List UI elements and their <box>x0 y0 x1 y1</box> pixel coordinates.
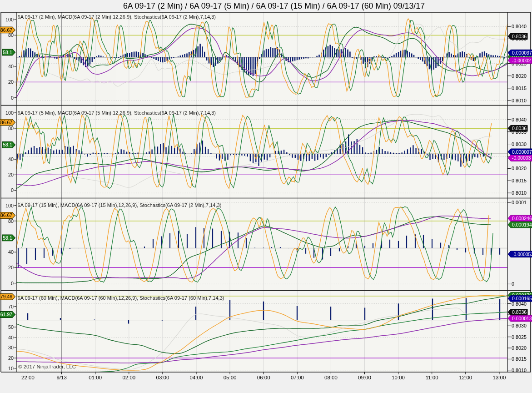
svg-text:-0.000053: -0.000053 <box>512 252 532 257</box>
svg-text:100: 100 <box>5 203 14 208</box>
svg-text:05:00: 05:00 <box>224 375 237 380</box>
svg-text:-0.00002: -0.00002 <box>512 58 531 63</box>
svg-text:0: 0 <box>11 95 14 101</box>
svg-text:100: 100 <box>5 17 14 22</box>
svg-text:0.000165: 0.000165 <box>512 296 532 301</box>
svg-text:04:00: 04:00 <box>190 375 203 380</box>
svg-text:0.8036: 0.8036 <box>512 126 527 131</box>
svg-text:0.8010: 0.8010 <box>512 190 527 196</box>
svg-text:0.000007: 0.000007 <box>512 149 532 155</box>
svg-text:6A 09-17 (15 Min), MACD(6A 09-: 6A 09-17 (15 Min), MACD(6A 09-17 (15 Min… <box>18 202 222 208</box>
svg-text:58.1: 58.1 <box>3 50 12 55</box>
svg-text:6A 09-17 (60 Min), MACD(6A 09-: 6A 09-17 (60 Min), MACD(6A 09-17 (60 Min… <box>18 295 224 301</box>
svg-text:20: 20 <box>8 265 14 270</box>
svg-text:10: 10 <box>8 366 14 371</box>
svg-text:0: 0 <box>11 187 14 193</box>
svg-text:40: 40 <box>8 249 14 255</box>
svg-text:6A 09-17 (2 Min) / 6A 09-17 (5: 6A 09-17 (2 Min) / 6A 09-17 (5 Min) / 6A… <box>123 1 425 10</box>
svg-text:03:00: 03:00 <box>156 375 169 380</box>
svg-text:6A 09-17 (2 Min), MACD(6A 09-1: 6A 09-17 (2 Min), MACD(6A 09-17 (2 Min),… <box>18 14 216 20</box>
svg-text:0.8025: 0.8025 <box>512 334 527 340</box>
svg-text:09:00: 09:00 <box>358 375 371 380</box>
svg-text:0.8030: 0.8030 <box>512 141 527 147</box>
svg-text:86.67: 86.67 <box>0 212 12 218</box>
svg-text:0.8020: 0.8020 <box>512 73 527 79</box>
svg-text:02:00: 02:00 <box>122 375 135 380</box>
svg-text:70: 70 <box>8 304 14 309</box>
svg-text:0.8036: 0.8036 <box>512 34 527 39</box>
svg-text:10:00: 10:00 <box>392 375 405 380</box>
svg-text:20: 20 <box>8 172 14 177</box>
svg-text:0.0001: 0.0001 <box>512 200 527 205</box>
svg-text:58.1: 58.1 <box>3 235 12 241</box>
svg-text:61.97: 61.97 <box>0 312 12 317</box>
svg-text:0.8010: 0.8010 <box>512 98 527 103</box>
svg-text:0.000013: 0.000013 <box>512 316 532 321</box>
svg-text:86.67: 86.67 <box>0 120 12 125</box>
svg-text:79.46: 79.46 <box>0 294 12 299</box>
svg-text:30: 30 <box>8 345 14 350</box>
svg-text:0.000194: 0.000194 <box>512 222 532 227</box>
svg-text:01:00: 01:00 <box>89 375 102 380</box>
svg-text:0.8030: 0.8030 <box>512 323 527 328</box>
svg-text:0.000246: 0.000246 <box>512 216 532 221</box>
svg-text:0.8015: 0.8015 <box>512 356 527 362</box>
svg-text:0: 0 <box>11 281 14 286</box>
svg-text:58.1: 58.1 <box>3 142 12 147</box>
svg-text:20: 20 <box>8 355 14 361</box>
svg-text:22:00: 22:00 <box>21 375 35 380</box>
svg-text:80: 80 <box>8 218 14 224</box>
svg-text:40: 40 <box>8 156 14 162</box>
svg-text:0.8020: 0.8020 <box>512 345 527 351</box>
svg-text:86.67: 86.67 <box>0 27 12 33</box>
svg-text:40: 40 <box>8 64 14 69</box>
svg-text:0.8015: 0.8015 <box>512 178 527 183</box>
svg-text:0.8040: 0.8040 <box>512 117 527 122</box>
svg-text:0: 0 <box>512 281 514 287</box>
svg-text:0.8010: 0.8010 <box>512 368 527 373</box>
svg-text:0.8015: 0.8015 <box>512 86 527 91</box>
svg-text:9/13: 9/13 <box>56 375 66 380</box>
svg-text:40: 40 <box>8 335 14 340</box>
svg-text:© 2017 NinjaTrader, LLC: © 2017 NinjaTrader, LLC <box>18 364 76 369</box>
svg-text:20: 20 <box>8 79 14 85</box>
svg-text:80: 80 <box>8 126 14 131</box>
svg-text:0.8036: 0.8036 <box>512 309 527 315</box>
svg-text:0.8040: 0.8040 <box>512 24 527 29</box>
svg-text:-0.00003: -0.00003 <box>512 155 531 161</box>
svg-text:100: 100 <box>5 110 14 116</box>
svg-text:13:00: 13:00 <box>493 375 506 380</box>
svg-text:0.000037: 0.000037 <box>512 50 532 55</box>
svg-text:07:00: 07:00 <box>291 375 304 380</box>
svg-text:50: 50 <box>8 324 14 330</box>
svg-text:08:00: 08:00 <box>324 375 338 380</box>
svg-text:06:00: 06:00 <box>257 375 270 380</box>
svg-text:12:00: 12:00 <box>459 375 472 380</box>
svg-text:11:00: 11:00 <box>426 375 438 380</box>
svg-text:6A 09-17 (5 Min), MACD(6A 09-1: 6A 09-17 (5 Min), MACD(6A 09-17 (5 Min),… <box>18 110 216 116</box>
svg-text:0.8020: 0.8020 <box>512 166 527 171</box>
